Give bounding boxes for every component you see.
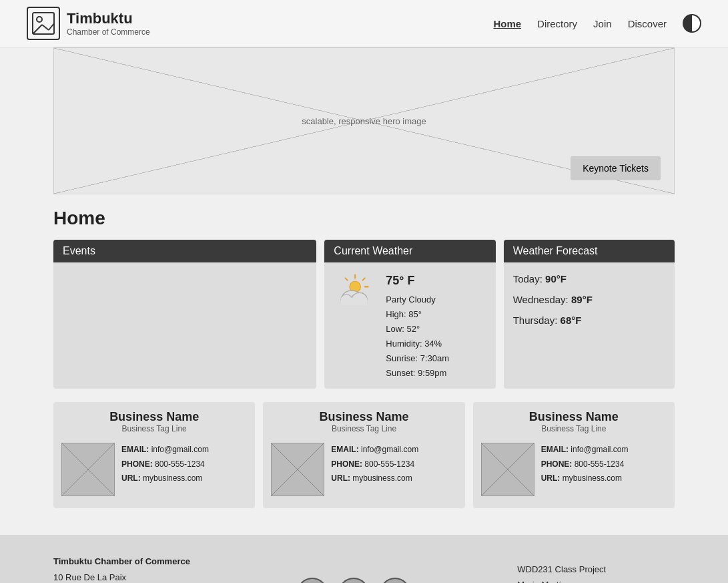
svg-line-9 (346, 278, 348, 280)
svg-line-3 (42, 25, 49, 30)
business-1-info: EMAIL: info@gmail.com PHONE: 800-555-123… (121, 443, 209, 486)
weather-condition: Party Cloudy (386, 293, 449, 307)
nav-discover[interactable]: Discover (628, 18, 667, 29)
business-card-3: Business Name Business Tag Line EMAIL: i… (473, 402, 675, 508)
linkedin-icon[interactable]: in (380, 578, 410, 583)
business-card-2-header: Business Name Business Tag Line (263, 402, 464, 437)
forecast-thursday: Thursday: 68°F (513, 315, 665, 326)
nav-join[interactable]: Join (593, 18, 612, 29)
forecast-widget: Weather Forecast Today: 90°F Wednesday: … (504, 240, 675, 389)
business-2-tagline: Business Tag Line (268, 424, 459, 433)
forecast-today: Today: 90°F (513, 273, 665, 284)
weather-humidity: Humidity: 34% (386, 337, 449, 351)
business-1-image (61, 443, 115, 496)
hero-placeholder-text: scalable, responsive hero image (302, 116, 426, 126)
youtube-icon[interactable]: ▶ (297, 578, 328, 583)
theme-toggle-button[interactable] (683, 14, 701, 33)
main-nav: Home Directory Join Discover (493, 14, 701, 33)
twitter-icon[interactable]: 𝕏 (338, 578, 369, 583)
weather-sunrise: Sunrise: 7:30am (386, 351, 449, 366)
business-card-2-body: EMAIL: info@gmail.com PHONE: 800-555-123… (263, 437, 464, 502)
weather-icon (332, 270, 379, 316)
forecast-today-temp: 90°F (545, 273, 567, 284)
events-widget-body (53, 262, 316, 369)
hero-section: scalable, responsive hero image Keynote … (53, 47, 675, 194)
events-widget-header: Events (53, 240, 316, 262)
nav-home[interactable]: Home (493, 18, 521, 29)
business-card-3-body: EMAIL: info@gmail.com PHONE: 800-555-123… (473, 437, 675, 502)
business-3-info: EMAIL: info@gmail.com PHONE: 800-555-123… (541, 443, 629, 486)
business-3-tagline: Business Tag Line (478, 424, 669, 433)
svg-rect-14 (341, 298, 367, 305)
forecast-wednesday-temp: 89°F (571, 294, 593, 305)
weather-low: Low: 52° (386, 322, 449, 337)
forecast-thursday-temp: 68°F (561, 315, 582, 326)
keynote-tickets-button[interactable]: Keynote Tickets (571, 156, 661, 180)
forecast-wednesday: Wednesday: 89°F (513, 294, 665, 305)
business-2-image (271, 443, 324, 496)
weather-widget-header: Current Weather (324, 240, 495, 262)
business-1-name: Business Name (59, 410, 250, 424)
business-card-1: Business Name Business Tag Line EMAIL: i… (53, 402, 255, 508)
business-card-2: Business Name Business Tag Line EMAIL: i… (263, 402, 464, 508)
business-2-info: EMAIL: info@gmail.com PHONE: 800-555-123… (331, 443, 418, 486)
business-1-tagline: Business Tag Line (59, 424, 250, 433)
footer-address1: 10 Rue De La Paix (53, 570, 190, 583)
svg-line-2 (33, 25, 42, 34)
forecast-widget-body: Today: 90°F Wednesday: 89°F Thursday: 68… (504, 262, 675, 346)
footer: Timbuktu Chamber of Commerce 10 Rue De L… (0, 535, 728, 583)
nav-directory[interactable]: Directory (537, 18, 577, 29)
weather-widget: Current Weather (324, 240, 495, 389)
svg-line-6 (363, 278, 365, 280)
forecast-widget-header: Weather Forecast (504, 240, 675, 262)
svg-line-4 (49, 23, 54, 30)
weather-widget-body: 75° F Party Cloudy High: 85° Low: 52° Hu… (324, 262, 495, 389)
footer-social: ▶ 𝕏 in (297, 578, 410, 583)
weather-temp: 75° F (386, 270, 449, 291)
business-2-name: Business Name (268, 410, 459, 424)
business-card-1-header: Business Name Business Tag Line (53, 402, 255, 437)
footer-org-name: Timbuktu Chamber of Commerce (53, 554, 190, 569)
footer-project: WDD231 Class Project (517, 562, 675, 577)
weather-details: 75° F Party Cloudy High: 85° Low: 52° Hu… (386, 270, 449, 381)
svg-point-1 (37, 17, 42, 22)
logo-area: Timbuktu Chamber of Commerce (27, 7, 150, 40)
business-3-image (481, 443, 534, 496)
footer-left: Timbuktu Chamber of Commerce 10 Rue De L… (53, 554, 190, 583)
events-widget: Events (53, 240, 316, 389)
widgets-row: Events Current Weather (53, 240, 675, 389)
page-title: Home (53, 208, 675, 229)
site-subtitle: Chamber of Commerce (67, 27, 150, 37)
footer-author: Marie Martínez (517, 577, 675, 583)
site-title: Timbuktu (67, 10, 150, 27)
business-cards-row: Business Name Business Tag Line EMAIL: i… (53, 402, 675, 508)
logo-icon (27, 7, 60, 40)
weather-sunset: Sunset: 9:59pm (386, 366, 449, 381)
business-3-name: Business Name (478, 410, 669, 424)
business-card-1-body: EMAIL: info@gmail.com PHONE: 800-555-123… (53, 437, 255, 502)
business-card-3-header: Business Name Business Tag Line (473, 402, 675, 437)
weather-high: High: 85° (386, 307, 449, 322)
footer-right: WDD231 Class Project Marie Martínez © 20… (517, 562, 675, 583)
